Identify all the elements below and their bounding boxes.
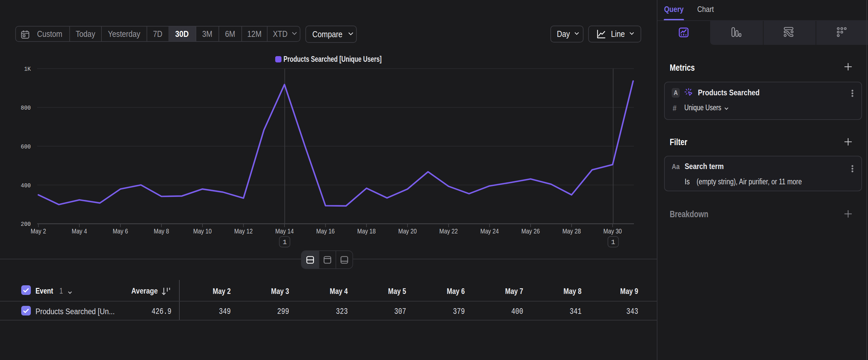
svg-text:600: 600	[21, 143, 31, 150]
svg-text:May 14: May 14	[275, 227, 294, 235]
svg-text:May 24: May 24	[480, 227, 499, 235]
svg-text:May 10: May 10	[193, 227, 212, 235]
svg-text:May 18: May 18	[358, 227, 376, 235]
svg-text:May 26: May 26	[521, 227, 540, 235]
svg-text:May 6: May 6	[113, 227, 128, 235]
svg-text:1: 1	[611, 239, 615, 246]
svg-text:1: 1	[282, 239, 287, 246]
svg-text:May 2: May 2	[31, 227, 46, 235]
svg-text:May 20: May 20	[398, 227, 417, 235]
svg-text:May 8: May 8	[154, 227, 169, 235]
svg-text:May 30: May 30	[603, 227, 622, 235]
svg-text:May 16: May 16	[316, 227, 335, 235]
svg-text:May 12: May 12	[234, 227, 253, 235]
svg-text:1K: 1K	[24, 65, 31, 73]
svg-text:May 4: May 4	[72, 227, 87, 235]
svg-text:400: 400	[21, 182, 31, 189]
svg-text:800: 800	[21, 104, 31, 111]
svg-text:200: 200	[21, 221, 31, 227]
svg-text:May 28: May 28	[562, 227, 581, 235]
svg-text:May 22: May 22	[439, 227, 458, 235]
